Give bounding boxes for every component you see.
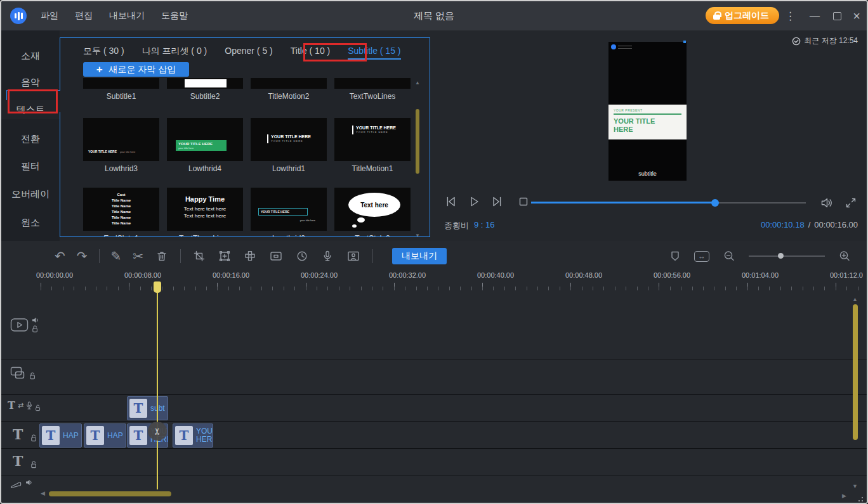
template-lowthrid1[interactable]: YOUR TITLE HERE YOUR TITLE HERE Lowthrid… [251, 118, 327, 173]
app-window: 파일 편집 내보내기 도움말 제목 없음 업그레이드 ⋮ — × 소재 음악 텍… [0, 0, 868, 504]
zoom-slider-knob[interactable] [778, 253, 784, 259]
hscroll-thumb[interactable] [49, 491, 171, 496]
template-scrollbar[interactable]: ▲ ▼ [414, 82, 421, 228]
playhead-handle[interactable] [154, 281, 161, 293]
sidebar-item-text[interactable]: 텍스트 [1, 100, 60, 119]
template-textstyle2[interactable]: Text here TextStyle2 [334, 188, 411, 237]
menu-file[interactable]: 파일 [41, 10, 58, 22]
scroll-down-icon[interactable]: ▼ [414, 233, 421, 237]
delete-button[interactable] [155, 249, 169, 263]
template-subtitle2[interactable]: Subtitle2 [167, 78, 243, 101]
unlock-icon[interactable] [35, 404, 41, 411]
fullscreen-icon[interactable] [844, 196, 858, 210]
sidebar-item-media[interactable]: 소재 [1, 46, 60, 65]
sidebar-item-overlay[interactable]: 오버레이 [1, 184, 60, 204]
mosaic-button[interactable] [243, 249, 257, 263]
menu-help[interactable]: 도움말 [161, 10, 188, 22]
next-frame-button[interactable] [490, 195, 504, 209]
tab-title[interactable]: Title ( 10 ) [291, 46, 331, 58]
split-button[interactable]: ✂ [133, 249, 143, 263]
last-saved-status: 최근 저장 12:54 [792, 36, 858, 46]
clip-text-hap-1[interactable]: T HAP [39, 423, 82, 448]
menu-export[interactable]: 내보내기 [109, 10, 145, 22]
tab-opener[interactable]: Opener ( 5 ) [225, 46, 272, 58]
track-audio[interactable] [1, 475, 867, 504]
more-menu-button[interactable]: ⋮ [785, 1, 796, 30]
hscroll-right-icon[interactable]: ▶ [842, 493, 846, 499]
template-name: TextTwoLines [334, 92, 411, 101]
template-titlemotion1[interactable]: YOUR TITLE HERE YOUR TITLE HERE TitleMot… [334, 118, 411, 173]
mute-icon[interactable] [25, 479, 32, 486]
close-button[interactable]: × [853, 1, 860, 30]
zoom-in-icon[interactable] [838, 249, 852, 263]
minimize-button[interactable]: — [810, 1, 820, 30]
hscroll-left-icon[interactable]: ◀ [41, 490, 45, 496]
unlock-icon[interactable] [30, 434, 37, 442]
track-overlay[interactable] [1, 359, 867, 395]
volume-icon[interactable] [820, 196, 834, 210]
seek-bar[interactable] [531, 202, 806, 204]
vscroll-down-icon[interactable]: ▼ [852, 483, 858, 489]
timeline-ruler[interactable]: 00:00:00.00 00:00:08.00 00:00:16.00 00:0… [1, 270, 867, 294]
unlock-icon[interactable] [30, 461, 37, 468]
clip-text-you-2[interactable]: T YOU HERI [173, 423, 213, 448]
zoom-out-icon[interactable] [722, 249, 736, 263]
template-endslate1[interactable]: Cast Title Name Title Name Title Name Ti… [83, 188, 159, 237]
undo-button[interactable]: ↶ [55, 249, 65, 263]
play-button[interactable] [467, 195, 481, 209]
freeze-frame-button[interactable] [268, 249, 284, 263]
sidebar-item-transition[interactable]: 전환 [1, 129, 60, 148]
previous-frame-button[interactable] [444, 195, 458, 209]
sidebar-item-music[interactable]: 음악 [1, 73, 60, 92]
crop-button[interactable] [192, 249, 206, 263]
tab-subtitle[interactable]: Subtitle ( 15 ) [348, 46, 400, 60]
template-name: EndSlate1 [83, 234, 159, 237]
export-button[interactable]: 내보내기 [392, 248, 447, 264]
menu-edit[interactable]: 편집 [75, 10, 93, 22]
fit-timeline-icon[interactable]: ↔ [694, 251, 709, 262]
preview-info-row: 종횡비 9 : 16 00:00:10.18 / 00:00:16.00 [444, 220, 858, 231]
template-titlemotion2[interactable]: TitleMotion2 [251, 78, 327, 101]
edit-button[interactable]: ✎ [111, 249, 122, 263]
template-lowthrid2[interactable]: YOUR TITLE HERE your title here Lowthrid… [251, 188, 327, 237]
aspect-ratio-value[interactable]: 9 : 16 [474, 220, 495, 231]
clip-text-hap-2[interactable]: T HAP [84, 423, 126, 448]
vscroll-thumb[interactable] [853, 304, 858, 440]
template-thumbnail: Cast Title Name Title Name Title Name Ti… [83, 188, 159, 231]
voiceover-button[interactable] [320, 249, 334, 263]
tab-all[interactable]: 모두 ( 30 ) [83, 46, 124, 60]
toolbar-divider [372, 249, 373, 263]
clip-tts-subt[interactable]: T subt [127, 396, 168, 420]
upgrade-button[interactable]: 업그레이드 [706, 7, 779, 24]
mute-icon[interactable] [32, 317, 39, 323]
template-subtitle1[interactable]: Subtitle1 [83, 78, 159, 101]
template-lowthrid4[interactable]: YOUR TITLE HERE your title here Lowthrid… [167, 118, 243, 173]
zoom-frame-button[interactable] [218, 249, 232, 263]
new-subtitle-button[interactable]: + 새로운 자막 삽입 [83, 62, 189, 77]
track-text-2[interactable] [1, 449, 867, 475]
maximize-button[interactable] [833, 1, 841, 30]
tab-my-presets[interactable]: 나의 프리셋 ( 0 ) [142, 46, 207, 60]
stop-button[interactable] [516, 195, 530, 209]
unlock-icon[interactable] [29, 372, 36, 380]
duration-button[interactable] [295, 249, 309, 263]
redo-button[interactable]: ↷ [77, 249, 88, 263]
record-screen-button[interactable] [346, 249, 361, 263]
vscroll-up-icon[interactable]: ▲ [852, 296, 858, 302]
seek-knob[interactable] [711, 199, 719, 207]
ruler-label: 00:00:08.00 [124, 271, 161, 279]
scroll-up-icon[interactable]: ▲ [414, 80, 421, 86]
track-video[interactable] [1, 294, 867, 359]
preview-video[interactable]: YOUR PRESENT YOUR TITLE HERE subtitle [608, 42, 687, 181]
marker-icon[interactable] [669, 249, 681, 263]
scrollbar-thumb[interactable] [416, 109, 419, 174]
timeline-zoom-slider[interactable] [749, 255, 825, 257]
unlock-icon[interactable] [32, 325, 38, 333]
sidebar-item-filter[interactable]: 필터 [1, 157, 60, 176]
template-lowthrid3[interactable]: YOUR TITLE HERE your title here Lowthrid… [83, 118, 159, 173]
template-texttwolines[interactable]: TextTwoLines [334, 78, 411, 101]
template-textthreelines[interactable]: Happy Time Text here text here Text here… [167, 188, 243, 237]
playhead-line[interactable] [157, 281, 158, 489]
sidebar-item-elements[interactable]: 원소 [1, 213, 60, 232]
selection-handle [683, 41, 686, 43]
